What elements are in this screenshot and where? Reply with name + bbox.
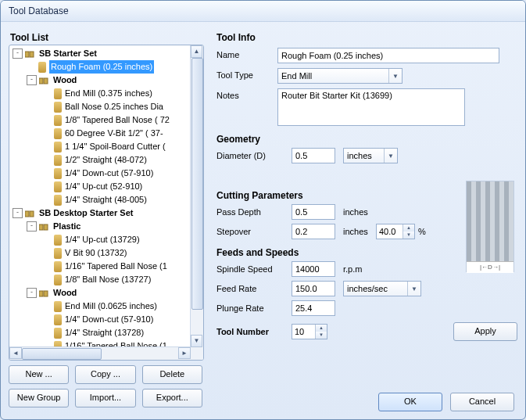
- tree-label: SB Desktop Starter Set: [39, 206, 133, 220]
- percent-label: %: [418, 227, 426, 236]
- name-input[interactable]: [277, 48, 499, 63]
- tree-label: 1/4" Down-cut (57-910): [65, 313, 153, 326]
- export-button[interactable]: Export...: [142, 389, 202, 407]
- new-group-button[interactable]: New Group: [9, 389, 69, 407]
- vertical-scrollbar[interactable]: ▲ ▼: [190, 45, 203, 347]
- tree-twisty[interactable]: -: [27, 75, 37, 85]
- notes-input[interactable]: [277, 88, 465, 126]
- tree-item[interactable]: 60 Degree V-Bit 1/2" ( 37-: [11, 127, 191, 140]
- tool-type-value: End Mill: [278, 71, 388, 81]
- chevron-down-icon: ▼: [407, 282, 420, 296]
- tool-info-panel: Tool Info Name Tool Type End Mill ▼ Note…: [212, 27, 517, 411]
- tool-list-buttons-1: New ... Copy ... Delete: [9, 365, 202, 384]
- pass-depth-input[interactable]: [292, 204, 335, 220]
- tree-item[interactable]: 1/16" Tapered Ball Nose (1: [11, 260, 191, 273]
- tool-icon: [54, 261, 62, 272]
- geometry-title: Geometry: [216, 134, 517, 145]
- tree-twisty[interactable]: -: [27, 221, 37, 232]
- stepover-input[interactable]: [292, 224, 335, 239]
- tool-icon: [54, 168, 62, 179]
- tree-label: 1 1/4" Spoil-Board Cutter (: [65, 140, 166, 153]
- tree-body[interactable]: -SB Starter SetRough Foam (0.25 inches)-…: [9, 45, 191, 347]
- h-scroll-track[interactable]: [22, 347, 178, 360]
- dialog-buttons: OK Cancel: [378, 393, 514, 411]
- spin-up-icon[interactable]: ▲: [316, 325, 327, 332]
- tree-item[interactable]: 1/4" Straight (13728): [11, 326, 191, 339]
- diameter-units-combo[interactable]: inches ▼: [343, 148, 398, 163]
- tree-item[interactable]: 1/8" Ball Nose (13727): [11, 273, 191, 286]
- tree-group[interactable]: -Plastic: [11, 220, 191, 233]
- stepover-label: Stepover: [216, 227, 292, 236]
- plunge-rate-input[interactable]: [292, 300, 335, 316]
- tree-item[interactable]: 1/4" Up-cut (52-910): [11, 180, 191, 193]
- tool-icon: [54, 181, 62, 192]
- scroll-down-button[interactable]: ▼: [191, 335, 202, 347]
- svg-rect-9: [44, 291, 48, 296]
- diameter-label: Diameter (D): [216, 151, 292, 160]
- tool-icon: [54, 88, 62, 99]
- tree-item[interactable]: Rough Foam (0.25 inches): [11, 60, 191, 74]
- tool-info-form: Name Tool Type End Mill ▼ Notes Geometry: [216, 48, 517, 341]
- tree-twisty[interactable]: -: [13, 48, 23, 59]
- tree-twisty[interactable]: -: [13, 208, 23, 218]
- tree-group[interactable]: -Wood: [11, 74, 191, 87]
- tree-item[interactable]: 1 1/4" Spoil-Board Cutter (: [11, 140, 191, 153]
- ok-button[interactable]: OK: [378, 393, 442, 411]
- tree-item[interactable]: 1/4" Down-cut (57-910): [11, 167, 191, 180]
- tool-icon: [54, 115, 62, 126]
- spin-up-icon[interactable]: ▲: [403, 224, 414, 232]
- delete-button[interactable]: Delete: [142, 365, 202, 384]
- spin-down-icon[interactable]: ▼: [316, 332, 327, 339]
- tree-label: 1/4" Straight (13728): [65, 326, 144, 339]
- geometry-preview: |←D→|: [466, 181, 514, 272]
- tool-icon: [38, 62, 46, 73]
- tool-list-buttons-2: New Group Import... Export...: [9, 389, 202, 407]
- tree-label: Wood: [53, 286, 77, 300]
- tree-label: Wood: [53, 74, 77, 87]
- apply-button[interactable]: Apply: [453, 322, 517, 341]
- feed-units-combo[interactable]: inches/sec ▼: [343, 281, 421, 296]
- tree-group[interactable]: -SB Starter Set: [11, 47, 191, 60]
- tree-item[interactable]: End Mill (0.375 inches): [11, 87, 191, 100]
- h-scroll-thumb[interactable]: [22, 348, 102, 360]
- tree-group[interactable]: -SB Desktop Starter Set: [11, 206, 191, 220]
- cancel-button[interactable]: Cancel: [450, 393, 514, 411]
- svg-rect-6: [39, 224, 43, 230]
- new-button[interactable]: New ...: [9, 365, 69, 384]
- v-scroll-thumb[interactable]: [191, 58, 203, 310]
- feed-rate-input[interactable]: [292, 281, 335, 296]
- scroll-up-button[interactable]: ▲: [191, 45, 202, 58]
- tree-item[interactable]: 1/8" Tapered Ball Nose ( 72: [11, 113, 191, 127]
- tree-item[interactable]: End Mill (0.0625 inches): [11, 300, 191, 313]
- svg-rect-8: [39, 291, 43, 296]
- spin-down-icon[interactable]: ▼: [403, 232, 414, 239]
- tree-item[interactable]: 1/4" Straight (48-005): [11, 193, 191, 206]
- tree-item[interactable]: 1/2" Straight (48-072): [11, 153, 191, 167]
- import-button[interactable]: Import...: [75, 389, 135, 407]
- tree-item[interactable]: 1/4" Down-cut (57-910): [11, 313, 191, 326]
- tree-item[interactable]: Ball Nose 0.25 inches Dia: [11, 100, 191, 113]
- chevron-down-icon: ▼: [384, 149, 397, 163]
- diameter-units-value: inches: [344, 151, 384, 160]
- tree-group[interactable]: -Wood: [11, 286, 191, 300]
- tool-list-title: Tool List: [10, 32, 202, 43]
- scroll-right-button[interactable]: ►: [178, 347, 191, 359]
- horizontal-scrollbar[interactable]: ◄ ►: [9, 346, 191, 360]
- tree-item[interactable]: 1/4" Up-cut (13729): [11, 233, 191, 246]
- tool-type-combo[interactable]: End Mill ▼: [277, 68, 403, 84]
- scroll-left-button[interactable]: ◄: [9, 347, 22, 359]
- tool-tree[interactable]: -SB Starter SetRough Foam (0.25 inches)-…: [9, 45, 204, 361]
- titlebar: Tool Database: [1, 1, 525, 22]
- tree-item[interactable]: V Bit 90 (13732): [11, 246, 191, 260]
- svg-rect-1: [30, 52, 34, 57]
- svg-rect-0: [25, 52, 29, 57]
- copy-button[interactable]: Copy ...: [75, 365, 135, 384]
- tree-label: 1/4" Up-cut (13729): [65, 233, 140, 246]
- client-area: Tool List -SB Starter SetRough Foam (0.2…: [1, 21, 525, 419]
- diameter-input[interactable]: [292, 148, 335, 163]
- tree-twisty[interactable]: -: [27, 288, 37, 298]
- stepover-pct-value: 40.0: [377, 227, 403, 236]
- stepover-pct-spinner[interactable]: 40.0 ▲▼: [376, 224, 415, 239]
- tool-number-spinner[interactable]: 10 ▲▼: [292, 324, 327, 339]
- spindle-speed-input[interactable]: [292, 261, 335, 277]
